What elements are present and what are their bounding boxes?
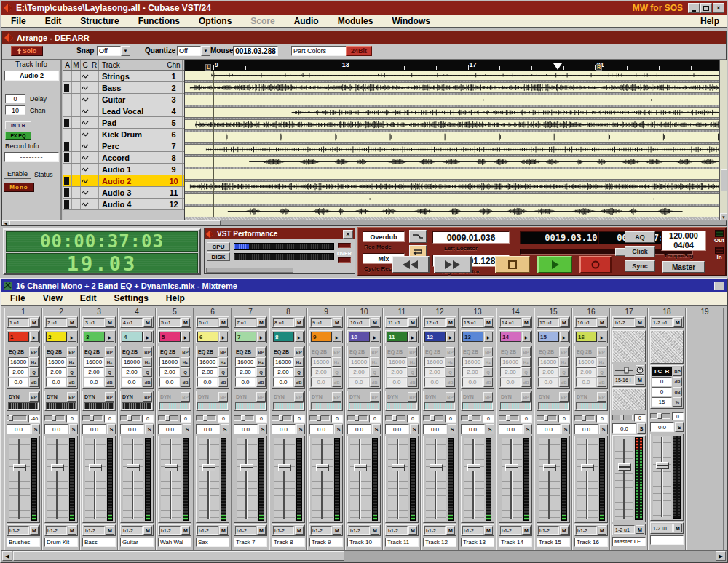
track-activity-cell[interactable] <box>63 117 72 128</box>
eq-bypass-button[interactable]: BP <box>143 347 152 356</box>
channel-name-field[interactable]: Track 11 <box>385 538 419 547</box>
channel-name-field[interactable] <box>650 535 684 545</box>
pan-slider[interactable] <box>44 415 65 421</box>
output-select[interactable]: b1-2 <box>273 526 294 535</box>
solo-button[interactable]: S <box>145 424 154 434</box>
mute-button[interactable]: M <box>333 526 341 535</box>
eq-q-value[interactable]: 2.00 <box>500 367 521 377</box>
mute-button[interactable]: M <box>598 318 606 327</box>
mixer-menu-view[interactable]: View <box>34 293 71 303</box>
track-class-cell[interactable] <box>81 164 90 175</box>
dyn-bypass-button[interactable]: BP <box>521 392 531 402</box>
snap-dropdown[interactable]: Off▼ <box>97 46 130 56</box>
track-activity-cell[interactable] <box>63 175 72 186</box>
track-record-cell[interactable] <box>90 94 99 105</box>
fader-handle[interactable] <box>656 462 669 469</box>
fader-track[interactable] <box>502 438 522 521</box>
menu-audio[interactable]: Audio <box>285 16 328 26</box>
fader-handle[interactable] <box>127 464 140 471</box>
eq-gain-value[interactable]: 0.0 <box>576 378 596 387</box>
channel-select-icon[interactable]: ▶ <box>408 332 417 342</box>
track-name-field[interactable]: Audio 2 <box>4 71 59 81</box>
output-select[interactable]: 1-2 u1 <box>614 525 635 534</box>
pan-slider[interactable] <box>272 415 292 421</box>
fader-track[interactable] <box>539 438 560 521</box>
eq-bypass-button[interactable]: BP <box>483 347 493 356</box>
eq-bypass-button[interactable]: BP <box>408 347 417 356</box>
eq-freq-value[interactable]: 16000 <box>273 357 293 367</box>
solo-button[interactable]: S <box>637 423 646 434</box>
track-record-cell[interactable] <box>90 140 99 151</box>
eq-q-value[interactable]: 2.00 <box>235 367 256 377</box>
output-select[interactable]: b1-2 <box>8 526 29 535</box>
menu-modules[interactable]: Modules <box>328 16 383 26</box>
channel-select-icon[interactable]: ▶ <box>68 332 76 342</box>
output-select[interactable]: b1-2 <box>576 526 597 535</box>
channel-name-field[interactable]: Track 10 <box>347 538 381 547</box>
dyn-bypass-button[interactable]: BP <box>67 392 76 402</box>
forward-button[interactable] <box>434 256 472 273</box>
left-locator-marker[interactable]: L <box>205 64 211 71</box>
channel-name-field[interactable]: Track 14 <box>499 538 532 547</box>
eq-gain-value[interactable]: 0.0 <box>122 378 142 387</box>
track-class-cell[interactable] <box>81 71 90 81</box>
track-mute-cell[interactable] <box>72 94 81 105</box>
input-select[interactable]: 2 u1 <box>46 318 67 327</box>
track-class-cell[interactable] <box>81 187 90 198</box>
channel-select-icon[interactable]: ▶ <box>522 332 531 342</box>
input-select[interactable]: 5 u1 <box>159 318 181 327</box>
chan-field[interactable]: 10 <box>5 105 25 115</box>
dyn-bypass-button[interactable]: BP <box>370 392 379 402</box>
mute-button[interactable]: M <box>446 318 455 327</box>
mute-button[interactable]: M <box>106 526 114 535</box>
track-activity-cell[interactable] <box>63 164 72 175</box>
mute-button[interactable]: M <box>30 526 39 535</box>
channel-name-field[interactable]: Master LF <box>612 537 646 546</box>
mute-button[interactable]: M <box>68 526 76 535</box>
eq-gain-value[interactable]: 0.0 <box>500 378 521 387</box>
track-row[interactable]: Kick Drum 6 <box>63 129 184 140</box>
track-mute-cell[interactable] <box>72 129 81 140</box>
tcr-bypass-button[interactable]: BP <box>673 367 682 376</box>
mute-button[interactable]: M <box>408 526 417 535</box>
fader-track[interactable] <box>577 438 598 521</box>
output-select[interactable]: b1-2 <box>311 526 332 535</box>
eq-bypass-button[interactable]: BP <box>370 347 379 356</box>
track-row[interactable]: Pad 5 <box>63 117 184 129</box>
dyn-bypass-button[interactable]: BP <box>483 392 493 402</box>
fader-handle[interactable] <box>467 464 480 471</box>
eq-gain-value[interactable]: 0.0 <box>462 378 483 387</box>
fader-handle[interactable] <box>240 464 253 471</box>
track-mute-cell[interactable] <box>72 152 81 163</box>
track-mute-cell[interactable] <box>72 105 81 116</box>
mute-button[interactable]: M <box>673 524 682 532</box>
dyn-bypass-button[interactable]: BP <box>181 392 190 402</box>
eq-q-value[interactable]: 2.00 <box>273 367 293 377</box>
eq-bypass-button[interactable]: BP <box>294 347 304 356</box>
track-lane-part[interactable] <box>185 145 720 154</box>
track-lane-part[interactable] <box>185 83 720 92</box>
fader-handle[interactable] <box>13 464 26 471</box>
fader-handle[interactable] <box>505 464 518 471</box>
output-select[interactable]: b1-2 <box>46 526 67 535</box>
playhead-marker[interactable] <box>553 63 562 70</box>
mute-button[interactable]: M <box>408 318 417 327</box>
fader-track[interactable] <box>350 438 371 521</box>
dyn-bypass-button[interactable]: BP <box>256 392 266 402</box>
track-record-cell[interactable] <box>90 117 99 128</box>
pan-slider[interactable] <box>574 415 595 421</box>
eq-gain-value[interactable]: 0.0 <box>273 378 293 387</box>
clock-knob-icon[interactable] <box>636 365 644 375</box>
mute-button[interactable]: M <box>560 526 569 535</box>
track-lane-part[interactable] <box>185 182 720 191</box>
eq-gain-value[interactable]: 0.0 <box>424 378 445 387</box>
fader-handle[interactable] <box>543 464 556 471</box>
pan-slider[interactable] <box>7 415 27 421</box>
menu-edit[interactable]: Edit <box>36 16 71 26</box>
mute-button[interactable]: M <box>257 318 266 327</box>
delay-field[interactable]: 0 <box>5 94 25 103</box>
dyn-bypass-button[interactable]: BP <box>105 392 114 402</box>
track-activity-cell[interactable] <box>63 199 72 209</box>
eq-gain-value[interactable]: 0.0 <box>538 378 558 387</box>
eq-freq-value[interactable]: 16000 <box>46 357 66 367</box>
